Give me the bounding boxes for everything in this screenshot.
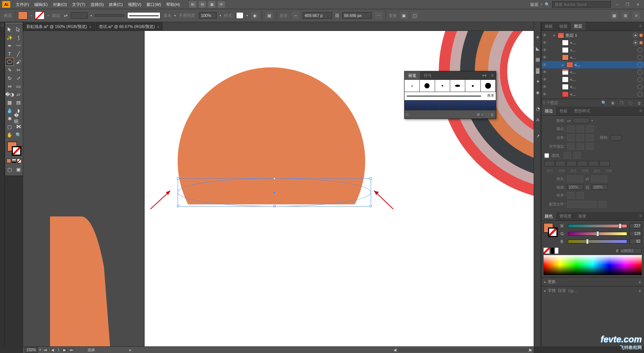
dash-align-icon[interactable] [573,152,581,159]
profile-dropdown[interactable] [567,201,597,208]
panel-menu-icon[interactable]: ≡ [637,212,644,220]
arrow-start-dropdown[interactable] [567,176,583,182]
layer-name[interactable]: <... [570,70,636,74]
brush-swatch[interactable] [435,80,450,92]
solid-color-icon[interactable] [7,159,11,163]
shape-builder-tool[interactable]: �◑ [5,90,14,98]
artboard-nav[interactable]: ⏮◀1▶⏭ [42,347,75,352]
brush-art-row[interactable] [405,100,496,110]
sublayer-row[interactable]: 👁<... [541,54,644,61]
sync-icon[interactable]: ⟳ [218,1,225,8]
tab-transparency[interactable]: 透明度 [556,212,575,220]
cap-round-icon[interactable] [577,126,584,132]
stroke-swatch[interactable] [35,11,45,20]
visibility-toggle[interactable]: 👁 [541,62,548,67]
symbol-sprayer-tool[interactable]: ✱ [5,114,14,123]
width-tool[interactable]: ⇔ [5,82,14,90]
close-icon[interactable]: × [89,25,92,29]
panel-menu-icon[interactable]: ≡ [489,71,496,80]
fill-swatch[interactable] [18,11,28,20]
shaper-tool[interactable]: ✎ [5,66,14,74]
white-swatch-icon[interactable] [555,248,558,254]
symbols-panel-icon[interactable]: ♣ [534,87,541,98]
target-icon[interactable] [637,70,643,75]
delete-layer-icon[interactable]: 🗑 [636,101,643,105]
artboard-number[interactable]: 1 [56,347,61,352]
delete-brush-icon[interactable]: 🗑 [490,112,494,117]
layer-name[interactable]: <... [570,77,636,82]
layer-name[interactable]: <... [574,63,636,67]
close-icon[interactable]: × [157,25,159,29]
arrow-scale-start[interactable] [567,184,583,190]
visibility-toggle[interactable]: 👁 [541,92,548,97]
transform-label[interactable]: 变换 [389,13,397,18]
new-brush-icon[interactable]: ▢ [485,112,489,117]
dash-field[interactable] [566,161,577,166]
eraser-tool[interactable]: ✂ [14,66,23,74]
rotate-tool[interactable]: ↻ [5,74,14,82]
stock-icon[interactable]: St [199,1,206,8]
align-icon[interactable]: ▦ [265,11,273,20]
curvature-tool[interactable]: 〰 [14,42,23,50]
pen-tool[interactable]: ✒ [5,42,14,50]
scale-tool[interactable]: ⤢ [14,74,23,82]
target-icon[interactable] [637,77,643,82]
sublayer-row[interactable]: 👁<... [541,68,644,76]
tab-stroke[interactable]: 描边 [541,107,556,115]
b-value[interactable]: 82 [629,239,642,244]
tab-color[interactable]: 颜色 [541,212,556,220]
dash-preserve-icon[interactable] [564,152,571,159]
link-icon[interactable]: ⛓ [586,185,590,190]
stroke-weight-input[interactable] [71,12,88,19]
brush-swatch[interactable] [450,80,465,92]
panel-menu-icon[interactable]: ≡ [632,11,640,20]
doc-tab-1[interactable]: 彩虹线条.ai* @ 150% (RGB/预览)× [23,22,95,31]
workspace-switcher[interactable]: 版面 [530,2,538,7]
brush-swatch[interactable] [465,80,480,92]
miter-limit-input[interactable] [611,135,622,141]
docgrid-icon[interactable]: ▦ [610,11,618,20]
tab-symbols[interactable]: 符号 [420,71,435,80]
zoom-tool[interactable]: 🔍 [14,131,23,139]
g-slider[interactable] [568,232,627,236]
visibility-toggle[interactable]: 👁 [541,84,548,89]
layer-name[interactable]: 图层 1 [566,33,631,38]
remove-stroke-icon[interactable]: ✖ [477,112,480,117]
sublayer-row[interactable]: 👁▸<... [541,61,644,68]
visibility-toggle[interactable]: 👁 [541,47,548,53]
profile-flip-icon[interactable] [599,201,606,208]
shape-width-input[interactable] [303,12,332,19]
menu-effect[interactable]: 效果(C) [106,2,125,7]
spectrum-picker[interactable] [544,255,642,275]
align-center-icon[interactable] [567,143,574,150]
window-minimize[interactable]: ─ [613,2,621,7]
visibility-toggle[interactable]: 👁 [541,55,548,60]
mesh-tool[interactable]: ▦ [5,98,14,106]
resize-handle[interactable] [370,177,372,180]
slice-tool[interactable]: ✀ [14,123,23,131]
perspective-tool[interactable]: ▱ [14,90,23,98]
corner-miter-icon[interactable] [567,134,574,141]
arrow-align-b-icon[interactable] [577,192,584,199]
layer-row[interactable]: 👁 ▾ 图层 1 [541,32,644,39]
visibility-toggle[interactable]: 👁 [541,40,548,45]
align-panel-icon[interactable]: ✦ [534,76,541,87]
arrange-icon[interactable]: ▦ [208,1,216,8]
shape-width-icon[interactable]: ↔ [292,11,300,20]
window-restore[interactable]: ❐ [623,2,631,7]
gap-field[interactable] [555,161,566,166]
brush-swatch[interactable] [405,80,420,92]
sublayer-row[interactable]: 👁<... [541,76,644,83]
paintbrush-tool[interactable]: 🖌 [14,58,23,66]
target-icon[interactable] [637,47,643,53]
brushes-panel-icon[interactable]: ▓ [534,65,541,76]
lasso-tool[interactable]: ⟆ [14,33,23,42]
shape-more-icon[interactable]: ⋯ [374,11,383,20]
shape-height-input[interactable] [342,12,371,19]
docarrange-icon[interactable]: ⊞ [621,11,629,20]
align-inside-icon[interactable] [577,143,584,150]
style-swatch[interactable] [236,12,243,19]
layer-name[interactable]: <... [570,92,636,96]
tab-links[interactable]: 链接 [556,22,571,31]
screen-mode-normal[interactable]: ▢ [5,165,14,173]
